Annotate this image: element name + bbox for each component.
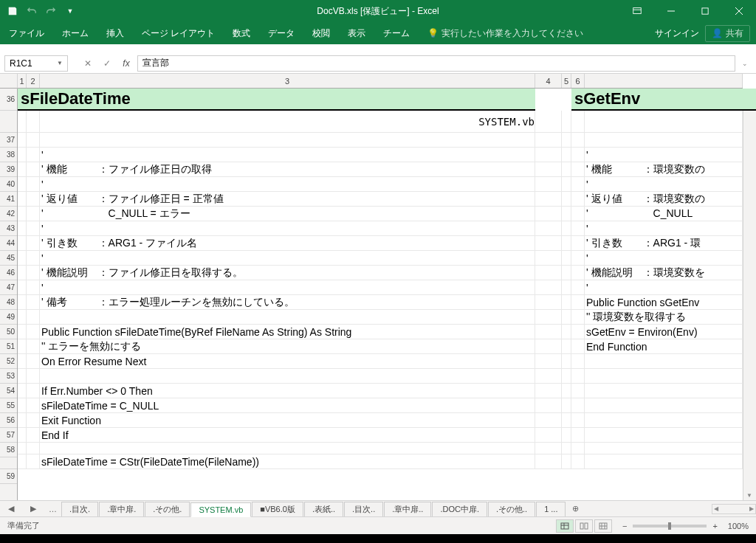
sheet-tab[interactable]: .DOC中扉. [432,502,487,516]
minimize-icon[interactable] [654,0,688,22]
enter-formula-icon[interactable]: ✓ [99,55,115,72]
sheet-tab[interactable]: .その他.. [488,502,535,516]
row-header[interactable]: 46 [0,266,17,280]
code-cell: ' 機能説明 ：ファイル修正日を取得する。 [41,266,243,280]
zoom-level[interactable]: 100% [728,522,749,530]
zoom-out-icon[interactable]: − [622,522,627,530]
share-button[interactable]: 👤 共有 [705,25,750,42]
row-header[interactable]: 48 [0,295,17,310]
redo-icon[interactable] [43,3,59,19]
sheet-tab-more[interactable]: 1 ... [536,502,566,516]
save-icon[interactable] [4,3,21,19]
tab-formulas[interactable]: 数式 [224,22,259,44]
view-page-break-icon[interactable] [594,519,612,533]
tell-me[interactable]: 💡 実行したい作業を入力してください [419,22,592,44]
cells-area[interactable]: sFileDateTime sGetEnv SYSTEM.vb '' ' 機能 … [18,89,743,500]
col-header[interactable] [585,74,743,88]
cancel-formula-icon[interactable]: ✕ [80,55,96,72]
row-header[interactable]: 42 [0,207,17,221]
qat-customize-icon[interactable]: ▼ [62,3,78,19]
sheet-tab[interactable]: ■VB6.0版 [252,502,303,516]
tab-data[interactable]: データ [259,22,303,44]
select-all-button[interactable] [0,74,18,89]
name-box[interactable]: R1C1 ▼ [4,55,68,72]
row-header[interactable]: 59 [0,469,17,484]
row-header[interactable]: 47 [0,280,17,295]
sheet-tab-active[interactable]: SYSTEM.vb [190,502,251,517]
section-header-b[interactable]: sGetEnv [571,89,756,111]
row-header[interactable]: 37 [0,133,17,148]
row-headers[interactable]: 36 37 38 39 40 41 42 43 44 45 46 47 48 4… [0,89,18,500]
new-sheet-icon[interactable]: ⊕ [566,504,585,513]
expand-formula-bar-icon[interactable]: ⌄ [738,60,752,67]
row-header[interactable]: 41 [0,192,17,207]
zoom-in-icon[interactable]: + [712,522,717,530]
horizontal-scrollbar[interactable]: ◀▶ [712,504,756,514]
col-header[interactable]: 2 [27,74,40,88]
col-header[interactable]: 1 [18,74,27,88]
maximize-icon[interactable] [688,0,722,22]
sheet-tab[interactable]: .章中扉.. [384,502,431,516]
svg-rect-2 [561,523,568,529]
row-header[interactable]: 53 [0,369,17,384]
tab-review[interactable]: 校閲 [303,22,339,44]
view-page-layout-icon[interactable] [575,519,593,533]
row-header[interactable]: 50 [0,325,17,339]
row-header[interactable]: 57 [0,428,17,443]
section-header-a[interactable]: sFileDateTime [18,89,535,111]
tab-page-layout[interactable]: ページ レイアウト [133,22,224,44]
sheet-nav-next-icon[interactable]: ▶ [22,504,44,513]
row-header[interactable]: 44 [0,236,17,251]
chevron-down-icon: ▼ [57,60,63,66]
formula-bar-input[interactable] [137,55,735,72]
tab-view[interactable]: 表示 [339,22,374,44]
fx-icon[interactable]: fx [118,55,134,72]
row-header[interactable]: 55 [0,398,17,413]
row-header[interactable]: 39 [0,162,17,177]
lightbulb-icon: 💡 [427,28,439,38]
tab-home[interactable]: ホーム [53,22,97,44]
signin-link[interactable]: サインイン [655,27,699,40]
vertical-scrollbar[interactable] [743,89,756,500]
tell-me-label: 実行したい作業を入力してください [441,27,583,40]
row-header[interactable]: 49 [0,310,17,325]
row-header[interactable]: 43 [0,221,17,236]
row-header[interactable]: 52 [0,354,17,369]
row-header[interactable] [0,457,17,469]
sheet-nav-more[interactable]: … [44,505,61,513]
zoom-slider[interactable] [633,525,707,528]
sheet-tab[interactable]: .章中扉. [99,502,144,516]
code-cell: End If [41,429,69,441]
view-normal-icon[interactable] [556,519,574,533]
row-header[interactable]: 56 [0,413,17,428]
col-header[interactable]: 5 [562,74,571,88]
svg-rect-0 [633,8,642,14]
sheet-tab[interactable]: .目次.. [344,502,383,516]
col-header[interactable]: 3 [40,74,535,88]
row-header[interactable]: 51 [0,339,17,354]
close-icon[interactable] [722,0,756,22]
row-header[interactable]: 54 [0,384,17,398]
row-header[interactable]: 45 [0,251,17,266]
tab-team[interactable]: チーム [374,22,419,44]
code-cell: Public Function sGetEnv [586,297,699,308]
sheet-tab[interactable]: .表紙.. [304,502,343,516]
col-header[interactable]: 6 [571,74,585,88]
tab-insert[interactable]: 挿入 [97,22,133,44]
taskbar [0,534,756,543]
col-header[interactable]: 4 [535,74,562,88]
tab-file[interactable]: ファイル [0,22,53,44]
row-header[interactable]: 38 [0,148,17,162]
row-header[interactable]: 40 [0,177,17,192]
row-header[interactable] [0,111,17,133]
code-cell: ' [586,149,588,161]
undo-icon[interactable] [24,3,40,19]
row-header[interactable]: 58 [0,443,17,457]
row-header[interactable]: 36 [0,89,17,111]
ribbon-display-icon[interactable] [620,0,654,22]
column-headers[interactable]: 1 2 3 4 5 6 [18,74,743,89]
sheet-tab[interactable]: .目次. [61,502,98,516]
code-cell: If Err.Number <> 0 Then [41,385,153,397]
sheet-tab[interactable]: .その他. [145,502,190,516]
sheet-nav-prev-icon[interactable]: ◀ [0,504,22,513]
